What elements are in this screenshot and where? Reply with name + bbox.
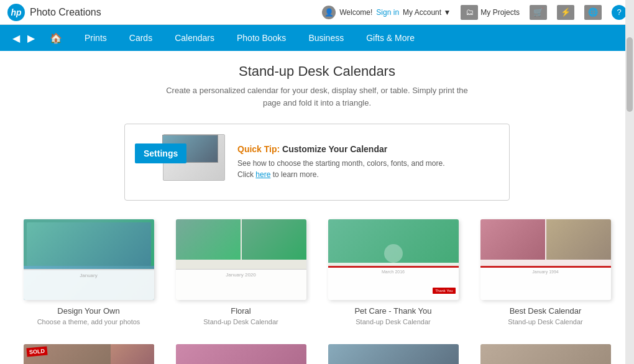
help-icon: ? [612,5,627,20]
hp-logo-icon: hp [7,4,25,21]
calendar-preview-bottom-0[interactable]: SOLD January 2014 [24,344,154,364]
nav-item-prints[interactable]: Prints [75,27,117,49]
tip-text: Quick Tip: Customize Your Calendar See h… [237,144,499,180]
cart-icon: 🛒 [530,5,547,20]
quick-tip-label: Quick Tip: [237,144,280,154]
calendar-preview-bottom-2[interactable] [328,344,459,364]
lightning-button[interactable]: ⚡ [557,5,574,20]
page-title: Stand-up Desk Calendars [12,63,622,80]
scrollbar[interactable] [625,0,634,364]
calendar-name-2: Pet Care - Thank You [354,306,431,316]
calendar-preview-0[interactable]: January [24,219,154,300]
cal-bottom-strip-1: January 2020 [176,269,306,300]
nav-item-photobooks[interactable]: Photo Books [227,27,296,49]
calendar-item-bottom-3[interactable]: January 1994 [476,344,615,364]
calendar-item-bottom-2[interactable] [323,344,463,364]
my-projects-icon: 🗂 [461,5,478,20]
top-right-actions: 👤 Welcome! Sign in My Account ▼ 🗂 My Pro… [322,5,627,20]
tip-description: See how to choose the starting month, co… [237,158,499,180]
quick-tip-box: Settings Quick Tip: Customize Your Calen… [124,124,510,201]
globe-icon: 🌐 [584,5,602,20]
main-content: Stand-up Desk Calendars Create a persona… [0,51,634,364]
nav-item-gifts[interactable]: Gifts & More [356,27,425,49]
home-button[interactable]: 🏠 [45,31,67,45]
calendar-subname-2: Stand-up Desk Calendar [356,318,430,325]
welcome-text: Welcome! [339,8,372,17]
help-button[interactable]: ? [612,5,627,20]
calendar-subname-3: Stand-up Desk Calendar [508,318,582,325]
calendar-item-2[interactable]: March 2016 Thank You Pet Care - Thank Yo… [323,219,463,325]
tip-here-link[interactable]: here [255,170,270,179]
nav-arrows: ◀ ▶ [10,31,37,45]
nav-item-calendars[interactable]: Calendars [165,27,224,49]
cart-button[interactable]: 🛒 [530,5,547,20]
nav-bar: ◀ ▶ 🏠 Prints Cards Calendars Photo Books… [0,25,634,51]
page-subtitle: Create a personalized calendar for your … [12,84,622,109]
calendar-name-0: Design Your Own [57,306,119,316]
account-area: 👤 Welcome! Sign in My Account ▼ [322,6,451,19]
tip-title: Quick Tip: Customize Your Calendar [237,144,499,154]
calendar-grid-bottom: SOLD January 2014 January 2014 January 1… [12,338,622,364]
globe-button[interactable]: 🌐 [584,5,602,20]
calendar-preview-bottom-3[interactable]: January 1994 [480,344,611,364]
top-bar: hp Photo Creations 👤 Welcome! Sign in My… [0,0,634,25]
account-icon: 👤 [322,6,336,19]
calendar-name-3: Best Desk Calendar [510,306,582,316]
calendar-item-3[interactable]: January 1994 Best Desk Calendar Stand-up… [476,219,615,325]
nav-item-cards[interactable]: Cards [119,27,162,49]
forward-button[interactable]: ▶ [25,31,37,45]
tip-title-suffix: Customize Your Calendar [282,144,387,154]
calendar-item-0[interactable]: January Design Your Own Choose a theme, … [19,219,158,325]
my-projects-button[interactable]: 🗂 My Projects [461,5,520,20]
nav-item-business[interactable]: Business [298,27,354,49]
calendar-item-bottom-0[interactable]: SOLD January 2014 [19,344,158,364]
calendar-name-1: Floral [231,306,251,316]
scrollbar-thumb[interactable] [627,37,633,112]
settings-button-mockup: Settings [135,143,186,163]
calendar-item-1[interactable]: January 2020 Floral Stand-up Desk Calend… [171,219,311,325]
calendar-subname-0: Choose a theme, add your photos [37,318,140,325]
logo-area: hp Photo Creations [7,4,101,21]
calendar-grid: January Design Your Own Choose a theme, … [12,219,622,325]
calendar-preview-1[interactable]: January 2020 [176,219,306,300]
app-title: Photo Creations [30,7,101,18]
lightning-icon: ⚡ [557,5,574,20]
cal-bottom-strip-0: January [24,269,154,300]
calendar-preview-3[interactable]: January 1994 [480,219,611,300]
calendar-preview-2[interactable]: March 2016 Thank You [328,219,459,300]
calendar-item-bottom-1[interactable]: January 2014 [171,344,311,364]
sign-in-link[interactable]: Sign in [376,8,399,17]
tip-image-area: Settings [135,134,225,190]
my-account-text[interactable]: My Account ▼ [403,8,451,17]
back-button[interactable]: ◀ [10,31,22,45]
calendar-preview-bottom-1[interactable]: January 2014 [176,344,306,364]
calendar-subname-1: Stand-up Desk Calendar [203,318,278,325]
